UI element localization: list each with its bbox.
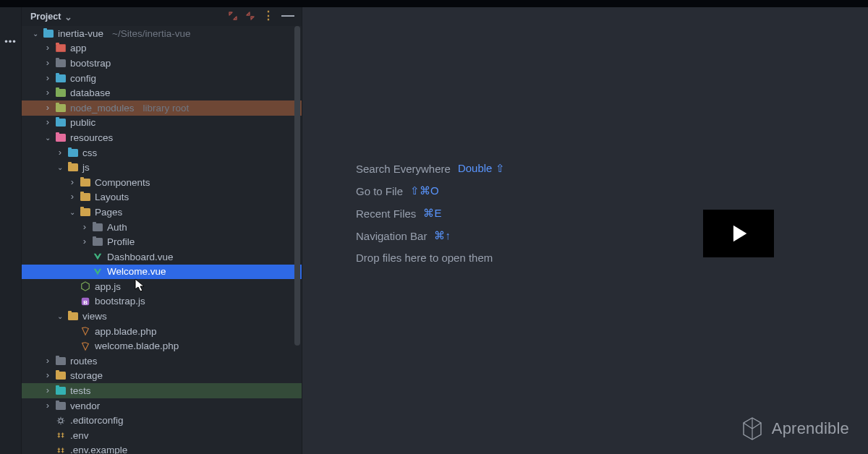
folder-icon	[56, 118, 66, 128]
tree-row[interactable]: ›database	[22, 85, 302, 100]
sidebar-title[interactable]: Project ⌄	[30, 12, 72, 22]
tree-row[interactable]: Dashboard.vue	[22, 249, 302, 265]
hint-shortcut: ⌘E	[423, 207, 441, 220]
tree-row[interactable]: .env	[22, 428, 302, 443]
chevron-right-icon[interactable]: ›	[81, 221, 88, 232]
chevron-right-icon[interactable]: ›	[44, 116, 51, 127]
tree-row[interactable]: welcome.blade.php	[22, 338, 302, 354]
tree-row[interactable]: ›vendor	[22, 398, 302, 414]
expand-arrows-in-icon[interactable]	[245, 11, 255, 23]
tree-row[interactable]: .editorconfig	[22, 413, 302, 428]
chevron-right-icon[interactable]: ›	[44, 385, 51, 395]
hint-label: Navigation Bar	[356, 230, 427, 242]
folder-icon	[56, 43, 66, 53]
tree-item-label: Auth	[107, 222, 127, 233]
folder-icon	[80, 192, 90, 202]
tree-row[interactable]: ⌄Pages	[22, 205, 302, 220]
hint-shortcut: Double ⇧	[458, 162, 505, 175]
tree-row[interactable]: ›node_moduleslibrary root	[22, 100, 302, 116]
video-play-overlay[interactable]	[703, 210, 774, 257]
tree-row[interactable]: ›config	[22, 71, 302, 86]
node-file-icon	[80, 281, 90, 291]
tree-item-label: app	[70, 43, 87, 53]
chevron-right-icon[interactable]: ›	[44, 42, 51, 53]
tree-row[interactable]: ›public	[22, 116, 302, 131]
hint-label: Drop files here to open them	[356, 252, 493, 264]
tree-row[interactable]: ›storage	[22, 369, 302, 384]
chevron-down-icon[interactable]: ⌄	[69, 208, 76, 216]
chevron-right-icon[interactable]: ›	[44, 355, 51, 366]
chevron-down-icon[interactable]: ⌄	[56, 163, 64, 171]
chevron-right-icon[interactable]: ›	[81, 236, 88, 247]
chevron-right-icon[interactable]: ›	[44, 102, 51, 113]
chevron-right-icon[interactable]: ›	[56, 147, 64, 158]
tree-row[interactable]: app.js	[22, 279, 302, 294]
tree-row[interactable]: ⌄views	[22, 309, 302, 324]
tree-item-label: bootstrap	[70, 58, 111, 69]
tree-row[interactable]: .env.example	[22, 443, 302, 454]
tool-gutter: •••	[0, 7, 22, 454]
expand-arrows-out-icon[interactable]	[228, 11, 238, 23]
folder-icon	[56, 356, 66, 366]
window-titlebar	[0, 0, 868, 7]
chevron-right-icon[interactable]: ›	[44, 72, 51, 83]
folder-icon	[68, 312, 78, 322]
tree-row[interactable]: ⌄resources	[22, 130, 302, 145]
brand-logo-icon	[741, 416, 763, 441]
more-options-icon[interactable]: ⋮	[263, 10, 274, 22]
chevron-down-icon[interactable]: ⌄	[44, 134, 51, 142]
tree-scrollbar[interactable]	[293, 26, 302, 454]
tree-item-label: js	[82, 162, 90, 173]
tree-row[interactable]: ›Components	[22, 175, 302, 190]
tree-item-label: app.js	[95, 281, 121, 292]
chevron-right-icon[interactable]: ›	[69, 176, 76, 187]
blade-file-icon	[80, 341, 90, 351]
folder-icon	[56, 103, 66, 113]
tree-item-label: storage	[70, 370, 103, 381]
tree-item-label: Profile	[107, 236, 135, 247]
env-file-icon	[56, 430, 66, 440]
scrollbar-thumb[interactable]	[294, 26, 300, 346]
tree-row[interactable]: ›app	[22, 41, 302, 56]
tree-item-label: .editorconfig	[70, 415, 124, 426]
tree-row[interactable]: Bbootstrap.js	[22, 294, 302, 309]
tree-item-label: config	[70, 73, 96, 84]
tree-row[interactable]: ›Profile	[22, 234, 302, 249]
folder-icon	[80, 207, 90, 217]
tree-item-label: bootstrap.js	[95, 296, 145, 307]
chevron-right-icon[interactable]: ›	[44, 87, 51, 98]
project-tree[interactable]: ⌄inertia-vue~/Sites/inertia-vue›app›boot…	[22, 26, 302, 454]
tree-row[interactable]: ›routes	[22, 354, 302, 369]
tree-item-label: Dashboard.vue	[107, 252, 174, 262]
tree-row[interactable]: app.blade.php	[22, 324, 302, 339]
more-tool-icon[interactable]: •••	[4, 36, 17, 47]
gear-file-icon	[56, 416, 66, 426]
minimize-icon[interactable]: —	[281, 9, 294, 22]
tree-item-label: .env.example	[70, 445, 127, 454]
folder-icon	[68, 163, 78, 173]
chevron-right-icon[interactable]: ›	[44, 369, 51, 380]
chevron-down-icon[interactable]: ⌄	[56, 312, 64, 320]
chevron-right-icon[interactable]: ›	[69, 191, 76, 202]
svg-point-4	[59, 419, 62, 422]
tree-row[interactable]: ⌄inertia-vue~/Sites/inertia-vue	[22, 26, 302, 41]
tree-row[interactable]: ›css	[22, 145, 302, 160]
tree-row[interactable]: ›tests	[22, 383, 302, 398]
folder-icon	[80, 177, 90, 187]
tree-item-label: css	[82, 147, 97, 158]
hint-label: Search Everywhere	[356, 163, 451, 175]
chevron-down-icon[interactable]: ⌄	[32, 30, 39, 38]
tree-row[interactable]: ›Layouts	[22, 190, 302, 205]
tree-row[interactable]: Welcome.vue	[22, 265, 302, 280]
hint-label: Recent Files	[356, 207, 416, 220]
project-sidebar: Project ⌄ ⋮ — ⌄inertia-vue~/Sites/inerti…	[22, 7, 302, 454]
watermark: Aprendible	[741, 416, 849, 441]
tree-row[interactable]: ⌄js	[22, 160, 302, 175]
chevron-right-icon[interactable]: ›	[44, 400, 51, 411]
editor-hint: Go to File⇧⌘O	[356, 184, 505, 197]
tree-row[interactable]: ›Auth	[22, 220, 302, 235]
tree-row[interactable]: ›bootstrap	[22, 56, 302, 71]
chevron-right-icon[interactable]: ›	[44, 57, 51, 68]
blade-file-icon	[80, 326, 90, 336]
svg-text:B: B	[83, 299, 88, 305]
